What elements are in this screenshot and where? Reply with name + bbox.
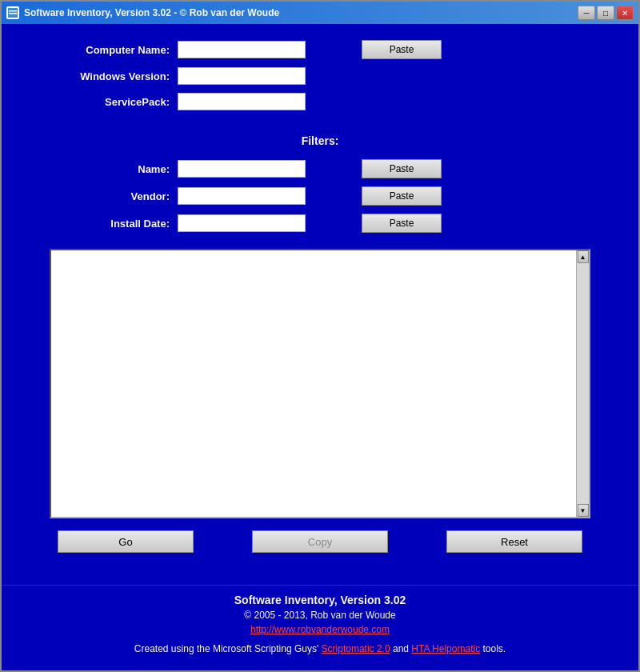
vendor-row: Vendor: Paste [50,186,590,206]
title-bar-text: Software Inventory, Version 3.02 - © Rob… [24,7,279,18]
filters-label: Filters: [50,134,590,147]
service-pack-row: ServicePack: [50,93,590,110]
scriptomatic-link[interactable]: Scriptomatic 2.0 [322,643,390,654]
title-bar-buttons: ─ □ ✕ [578,6,634,20]
computer-name-input[interactable] [178,41,306,58]
name-row: Name: Paste [50,159,590,178]
svg-rect-1 [9,10,17,12]
results-area: ▲ ▼ [50,249,590,518]
computer-name-row: Computer Name: Paste [50,40,590,59]
vendor-label: Vendor: [50,190,170,202]
copy-button[interactable]: Copy [252,530,388,553]
computer-name-label: Computer Name: [50,44,170,56]
close-button[interactable]: ✕ [616,6,634,20]
name-label: Name: [50,163,170,175]
created-text-2: and [390,643,412,654]
scroll-up-arrow[interactable]: ▲ [578,250,589,263]
paste-name-button[interactable]: Paste [362,159,442,178]
footer-link[interactable]: http://www.robvanderwoude.com [18,624,622,635]
created-text-3: tools. [480,643,506,654]
service-pack-input[interactable] [178,93,306,110]
name-input[interactable] [178,160,306,178]
scroll-down-arrow[interactable]: ▼ [578,504,589,517]
paste-vendor-button[interactable]: Paste [362,186,442,206]
install-date-input[interactable] [178,214,306,232]
service-pack-label: ServicePack: [50,96,170,108]
title-bar-left: Software Inventory, Version 3.02 - © Rob… [6,6,279,19]
title-bar: Software Inventory, Version 3.02 - © Rob… [2,2,638,24]
top-form-section: Computer Name: Paste Windows Version: Se… [50,40,590,110]
filters-section: Filters: Name: Paste Vendor: Paste Insta… [50,126,590,233]
minimize-button[interactable]: ─ [578,6,595,20]
footer: Software Inventory, Version 3.02 © 2005 … [2,585,638,670]
paste-computer-name-button[interactable]: Paste [362,40,442,59]
hta-helpomatic-link[interactable]: HTA Helpomatic [411,643,480,654]
scrollbar: ▲ ▼ [576,250,589,517]
vendor-input[interactable] [178,187,306,205]
scrollbar-track [577,263,589,504]
svg-rect-2 [9,13,17,14]
reset-button[interactable]: Reset [446,530,582,553]
go-button[interactable]: Go [58,530,194,553]
footer-title: Software Inventory, Version 3.02 [18,594,622,606]
results-textarea[interactable] [51,250,576,517]
maximize-button[interactable]: □ [597,6,614,20]
install-date-label: Install Date: [50,218,170,230]
windows-version-label: Windows Version: [50,70,170,82]
app-icon [6,6,19,19]
paste-install-date-button[interactable]: Paste [362,214,442,233]
windows-version-row: Windows Version: [50,67,590,85]
footer-copyright: © 2005 - 2013, Rob van der Woude [18,610,622,621]
main-window: Software Inventory, Version 3.02 - © Rob… [0,0,640,672]
install-date-row: Install Date: Paste [50,214,590,233]
footer-created-text: Created using the Microsoft Scripting Gu… [18,643,622,654]
windows-version-input[interactable] [178,67,306,85]
main-content: Computer Name: Paste Windows Version: Se… [2,24,638,585]
action-buttons-row: Go Copy Reset [50,530,590,553]
created-text-1: Created using the Microsoft Scripting Gu… [134,643,322,654]
